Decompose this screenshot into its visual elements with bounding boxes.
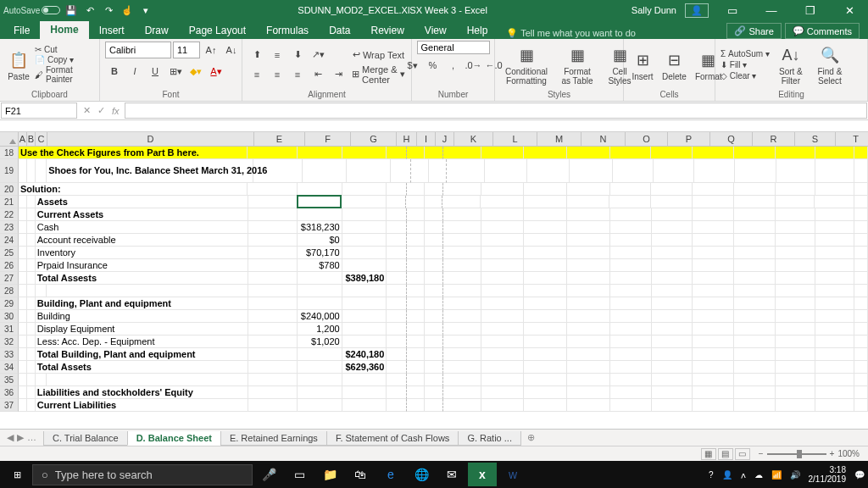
touch-icon[interactable]: ☝ [120, 3, 135, 18]
worksheet[interactable]: ABCDEFGHIJKLMNOPQRSTU 181920212223242526… [0, 132, 868, 429]
cell[interactable] [567, 374, 610, 386]
align-top-icon[interactable]: ⬆ [248, 46, 266, 64]
cell[interactable] [567, 361, 610, 374]
cell[interactable] [407, 297, 426, 310]
cell[interactable] [854, 196, 868, 208]
align-center-icon[interactable]: ≡ [268, 65, 287, 84]
cell[interactable]: $389,180 [342, 272, 387, 285]
cell[interactable] [610, 285, 652, 297]
cell[interactable] [776, 196, 815, 208]
cell[interactable] [815, 386, 855, 399]
name-box[interactable]: F21 [1, 103, 77, 119]
cell[interactable] [248, 147, 297, 159]
tab-file[interactable]: File [3, 22, 40, 39]
cell[interactable] [19, 159, 27, 183]
row-header[interactable]: 23 [0, 221, 19, 234]
cell[interactable] [610, 336, 652, 348]
decrease-font-icon[interactable]: A↓ [222, 41, 241, 59]
close-icon[interactable]: ✕ [834, 4, 865, 17]
cell[interactable] [652, 221, 693, 234]
cell[interactable] [693, 208, 734, 221]
cell[interactable] [253, 159, 303, 183]
align-middle-icon[interactable]: ≡ [268, 46, 287, 64]
cell[interactable] [387, 221, 406, 234]
autosum-button[interactable]: Σ AutoSum ▾ [721, 49, 770, 58]
column-header-A[interactable]: A [19, 132, 27, 147]
cell[interactable] [524, 247, 567, 259]
cell[interactable] [567, 196, 610, 208]
column-header-Q[interactable]: Q [710, 132, 753, 147]
font-size-combo[interactable] [173, 42, 200, 58]
conditional-formatting-button[interactable]: ▦Conditional Formatting [500, 42, 553, 87]
store-icon[interactable]: 🛍 [346, 463, 375, 486]
cell[interactable] [854, 297, 868, 310]
cell[interactable] [524, 374, 567, 386]
undo-icon[interactable]: ↶ [82, 3, 97, 18]
cell[interactable] [485, 159, 527, 183]
cell[interactable] [815, 259, 855, 272]
cell[interactable] [443, 259, 481, 272]
edge-icon[interactable]: e [376, 463, 405, 486]
cell[interactable] [815, 348, 855, 361]
cell[interactable] [407, 259, 426, 272]
cell[interactable] [481, 285, 525, 297]
cell[interactable]: Inventory [36, 247, 248, 259]
cell[interactable] [27, 259, 36, 272]
align-bottom-icon[interactable]: ⬇ [288, 46, 307, 64]
cell[interactable] [342, 285, 387, 297]
cell[interactable] [524, 272, 567, 285]
cell[interactable] [854, 183, 868, 196]
cell[interactable] [19, 336, 27, 348]
cell[interactable] [298, 386, 342, 399]
cell[interactable] [524, 323, 567, 336]
normal-view-icon[interactable]: ▦ [701, 448, 716, 460]
cell[interactable] [610, 247, 652, 259]
cut-button[interactable]: ✂ Cut [35, 45, 94, 54]
cell[interactable] [481, 310, 525, 323]
cell[interactable] [19, 259, 27, 272]
cell[interactable] [27, 234, 36, 247]
sheet-tab[interactable]: E. Retained Earnings [220, 431, 327, 446]
cell[interactable] [854, 386, 868, 399]
cell[interactable] [734, 336, 776, 348]
row-header[interactable]: 20 [0, 183, 19, 196]
cell[interactable] [815, 183, 855, 196]
column-header-G[interactable]: G [351, 132, 397, 147]
cell[interactable] [425, 285, 443, 297]
cell[interactable] [567, 348, 610, 361]
cell[interactable] [567, 285, 610, 297]
cell[interactable] [610, 259, 652, 272]
font-name-combo[interactable] [105, 42, 171, 58]
cell[interactable] [734, 208, 776, 221]
task-view-icon[interactable]: ▭ [285, 463, 314, 486]
cell[interactable] [652, 361, 693, 374]
cell[interactable] [776, 183, 815, 196]
cell[interactable]: Total Building, Plant and equipment [36, 348, 248, 361]
cell[interactable] [609, 196, 651, 208]
cell[interactable] [481, 147, 525, 159]
cell[interactable] [652, 399, 693, 412]
cell[interactable] [610, 348, 652, 361]
cell[interactable] [693, 323, 734, 336]
user-name[interactable]: Sally Dunn [632, 5, 676, 15]
cell[interactable] [567, 323, 610, 336]
cell[interactable] [443, 247, 481, 259]
format-table-button[interactable]: ▦Format as Table [556, 42, 598, 87]
cell[interactable] [734, 247, 776, 259]
cell[interactable] [443, 272, 481, 285]
column-header-N[interactable]: N [581, 132, 626, 147]
cell[interactable] [776, 399, 815, 412]
cell[interactable] [303, 159, 347, 183]
format-painter-button[interactable]: 🖌 Format Painter [35, 65, 94, 84]
column-header-D[interactable]: D [47, 132, 254, 147]
cell[interactable] [407, 247, 426, 259]
cell[interactable] [693, 374, 734, 386]
cell[interactable] [651, 183, 693, 196]
column-header-S[interactable]: S [795, 132, 836, 147]
column-header-K[interactable]: K [454, 132, 493, 147]
cell[interactable] [407, 272, 426, 285]
cell[interactable] [342, 208, 387, 221]
cell[interactable] [248, 208, 298, 221]
cell[interactable] [342, 310, 387, 323]
row-header[interactable]: 19 [0, 159, 19, 183]
